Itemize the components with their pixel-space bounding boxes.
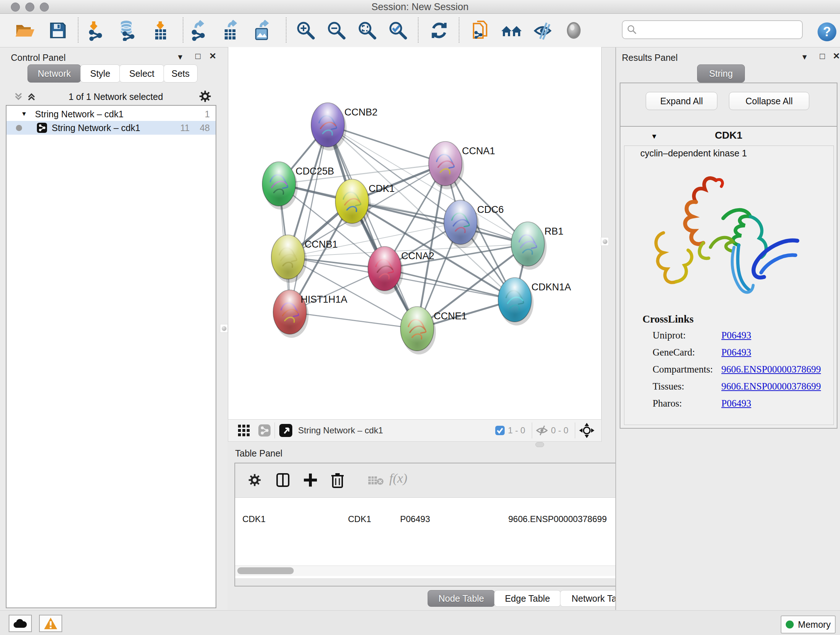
network-node-rb1[interactable] [511, 222, 546, 270]
node-label: CDKN1A [531, 282, 571, 293]
string-view-icon[interactable] [258, 424, 271, 437]
panel-close-icon[interactable]: ✕ [209, 51, 216, 61]
zoom-out-icon [326, 20, 347, 41]
tab-string-results[interactable]: String [697, 65, 745, 82]
entry-body: cyclin–dependent kinase 1 [624, 146, 834, 425]
network-node-ccnb2[interactable] [311, 103, 347, 150]
warning-status-button[interactable] [39, 615, 62, 632]
crosslink-link[interactable]: 9606.ENSP00000378699 [722, 381, 821, 392]
import-network-icon [87, 20, 107, 41]
zoom-fit-button[interactable] [355, 18, 379, 43]
node-label: CCNB2 [344, 107, 378, 118]
export-network-button[interactable] [187, 18, 212, 43]
network-collection-row[interactable]: ▼ String Network – cdk1 1 [6, 107, 216, 121]
tab-node-table[interactable]: Node Table [428, 590, 495, 607]
selected-checkbox-icon[interactable] [495, 425, 505, 435]
node-label: HIST1H1A [301, 294, 347, 305]
hide-unhide-button[interactable] [531, 18, 555, 43]
crosslink-link[interactable]: P06493 [722, 398, 752, 409]
network-node-cdkn1a[interactable] [498, 278, 534, 325]
zoom-fit-icon [357, 20, 378, 41]
panel-float-icon[interactable]: □ [820, 51, 825, 61]
panel-float-icon[interactable]: □ [195, 51, 201, 61]
node-label: CCNB1 [305, 239, 338, 250]
table-cell[interactable]: 9606.ENSP00000378699 [501, 512, 619, 526]
export-image-icon [251, 20, 272, 41]
collapse-all-chevron-icon[interactable] [27, 92, 36, 101]
expand-all-chevron-icon[interactable] [14, 92, 23, 101]
collapse-all-button[interactable]: Collapse All [729, 92, 809, 110]
gear-icon[interactable] [248, 473, 261, 486]
panel-menu-icon[interactable]: ▾ [802, 52, 807, 62]
tab-select[interactable]: Select [119, 65, 164, 82]
tab-sets[interactable]: Sets [164, 65, 197, 82]
network-canvas[interactable]: CCNB2CCNA1CDC25BCDK1CDC6RB1CCNB1CCNA2CDK… [228, 47, 602, 419]
results-panel: Results Panel ▾ □ ✕ String Expand All Co… [615, 48, 840, 610]
panel-close-icon[interactable]: ✕ [833, 51, 840, 61]
import-network-from-database-button[interactable] [115, 18, 140, 43]
results-actions-box: Expand All Collapse All [620, 82, 837, 127]
network-node-ccne1[interactable] [401, 307, 436, 355]
add-column-icon[interactable] [303, 473, 317, 487]
right-splitter-handle[interactable] [601, 237, 609, 246]
network-node-cdc6[interactable] [444, 200, 479, 248]
zoom-selected-button[interactable] [386, 18, 410, 43]
expand-all-button[interactable]: Expand All [646, 92, 717, 110]
import-network-from-file-button[interactable] [85, 18, 109, 43]
panel-menu-icon[interactable]: ▾ [178, 52, 182, 62]
save-session-button[interactable] [46, 18, 70, 43]
open-session-button[interactable] [12, 18, 37, 43]
table-cell[interactable]: CDK1 [235, 512, 333, 526]
edge-count: 48 [200, 123, 210, 133]
save-floppy-icon [48, 20, 68, 41]
cloud-status-button[interactable] [9, 615, 32, 632]
zoom-out-button[interactable] [324, 18, 349, 43]
gear-icon[interactable] [199, 90, 211, 103]
string-result-entry: ▼ CDK1 cyclin–dependent kinase 1 [620, 126, 837, 429]
open-view-icon[interactable] [279, 423, 293, 438]
delete-column-icon[interactable] [330, 472, 345, 488]
network-edge[interactable] [385, 269, 515, 300]
zoom-in-button[interactable] [294, 18, 318, 43]
tab-edge-table[interactable]: Edge Table [494, 590, 561, 607]
export-image-button[interactable] [249, 18, 274, 43]
crosslink-link[interactable]: 9606.ENSP00000378699 [722, 364, 821, 375]
memory-button[interactable]: Memory [781, 616, 836, 633]
current-network-dot-icon [16, 125, 22, 131]
selected-counts: 1 - 0 [508, 425, 525, 435]
refresh-button[interactable] [427, 18, 452, 43]
warning-icon [44, 617, 57, 630]
network-node-ccnb1[interactable] [271, 235, 307, 283]
table-cell[interactable]: P06493 [393, 512, 501, 526]
protein-structure-image [642, 160, 801, 309]
gene-name: CDK1 [621, 130, 837, 141]
import-table-from-file-button[interactable] [148, 18, 173, 43]
houses-button[interactable] [499, 18, 524, 43]
tab-style[interactable]: Style [80, 65, 120, 82]
cytoscape-window: Session: New Session [0, 0, 840, 635]
show-graphics-button[interactable] [561, 18, 586, 43]
refresh-icon [429, 20, 449, 41]
gray-eye-icon [564, 21, 584, 40]
horizontal-splitter-handle[interactable] [535, 442, 544, 447]
birdseye-toggle-icon[interactable] [579, 423, 595, 439]
houses-icon [501, 20, 523, 41]
crosslink-link[interactable]: P06493 [722, 347, 752, 358]
scrollbar-thumb[interactable] [237, 567, 294, 574]
grid-view-icon[interactable] [238, 424, 250, 437]
network-node-ccna2[interactable] [368, 247, 403, 295]
help-button[interactable]: ? [815, 19, 839, 44]
collapse-triangle-icon[interactable]: ▼ [21, 111, 27, 118]
left-splitter-handle[interactable] [220, 324, 228, 333]
crosslink-link[interactable]: P06493 [722, 330, 752, 341]
network-row-selected[interactable]: String Network – cdk1 11 48 [6, 121, 216, 135]
show-columns-icon[interactable] [276, 473, 290, 487]
search-input[interactable] [639, 22, 798, 36]
toolbar-separator [183, 17, 183, 43]
network-edge[interactable] [290, 312, 417, 329]
first-neighbors-button[interactable] [468, 18, 493, 43]
tab-network[interactable]: Network [27, 65, 81, 82]
export-table-button[interactable] [218, 18, 243, 43]
table-cell[interactable]: CDK1 [333, 512, 393, 526]
toolbar-separator [459, 17, 459, 43]
